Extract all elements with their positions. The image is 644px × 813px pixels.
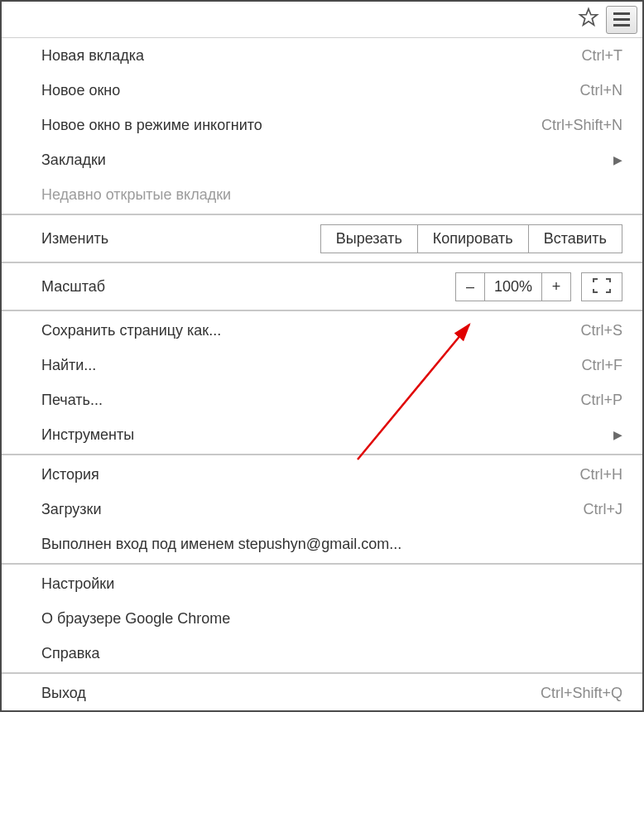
- svg-marker-0: [580, 9, 598, 26]
- menu-separator: [2, 214, 642, 215]
- menu-label: О браузере Google Chrome: [41, 610, 622, 628]
- menu-label: Новое окно в режиме инкогнито: [41, 117, 541, 134]
- menu-row-edit: Изменить Вырезать Копировать Вставить: [2, 217, 642, 260]
- menu-shortcut: Ctrl+F: [582, 357, 623, 374]
- menu-shortcut: Ctrl+Shift+Q: [541, 685, 622, 702]
- zoom-in-button[interactable]: +: [541, 272, 571, 301]
- menu-row-zoom: Масштаб – 100% +: [2, 265, 642, 308]
- menu-item-print[interactable]: Печать... Ctrl+P: [2, 382, 642, 417]
- menu-separator: [2, 310, 642, 311]
- menu-separator: [2, 454, 642, 455]
- fullscreen-icon: [593, 278, 611, 296]
- menu-item-new-tab[interactable]: Новая вкладка Ctrl+T: [2, 38, 642, 73]
- edit-button-group: Вырезать Копировать Вставить: [320, 224, 622, 253]
- menu-separator: [2, 672, 642, 674]
- menu-label: Сохранить страницу как...: [41, 322, 580, 339]
- menu-shortcut: Ctrl+N: [579, 82, 622, 99]
- menu-item-new-incognito[interactable]: Новое окно в режиме инкогнито Ctrl+Shift…: [2, 108, 642, 142]
- menu-item-save-as[interactable]: Сохранить страницу как... Ctrl+S: [2, 313, 642, 348]
- cut-button[interactable]: Вырезать: [320, 224, 418, 253]
- menu-item-settings[interactable]: Настройки: [2, 566, 642, 601]
- menu-shortcut: Ctrl+T: [582, 47, 623, 65]
- paste-button[interactable]: Вставить: [528, 224, 622, 253]
- menu-shortcut: Ctrl+Shift+N: [541, 117, 622, 134]
- browser-menu-window: Новая вкладка Ctrl+T Новое окно Ctrl+N Н…: [0, 0, 644, 712]
- menu-label: Недавно открытые вкладки: [41, 186, 622, 204]
- menu-item-exit[interactable]: Выход Ctrl+Shift+Q: [2, 676, 642, 710]
- menu-label: История: [41, 466, 579, 483]
- menu-label: Найти...: [41, 357, 582, 374]
- zoom-controls: – 100% +: [455, 272, 622, 301]
- menu-separator: [2, 262, 642, 263]
- menu-item-new-window[interactable]: Новое окно Ctrl+N: [2, 73, 642, 108]
- menu-separator: [2, 563, 642, 565]
- menu-label: Инструменты: [41, 426, 613, 444]
- copy-button[interactable]: Копировать: [417, 224, 529, 253]
- menu-item-recent-tabs: Недавно открытые вкладки: [2, 177, 642, 212]
- menu-label: Справка: [41, 645, 622, 662]
- main-menu: Новая вкладка Ctrl+T Новое окно Ctrl+N Н…: [2, 38, 642, 710]
- menu-label: Закладки: [41, 152, 613, 169]
- menu-item-find[interactable]: Найти... Ctrl+F: [2, 348, 642, 382]
- menu-label: Изменить: [41, 230, 320, 248]
- menu-item-about[interactable]: О браузере Google Chrome: [2, 601, 642, 636]
- menu-item-tools[interactable]: Инструменты ▶: [2, 417, 642, 452]
- menu-label: Выход: [41, 685, 541, 702]
- menu-label: Новое окно: [41, 82, 579, 99]
- menu-item-signed-in[interactable]: Выполнен вход под именем stepushyn@gmail…: [2, 527, 642, 561]
- bookmark-star-icon[interactable]: [578, 7, 599, 32]
- menu-label: Печать...: [41, 392, 580, 409]
- fullscreen-button[interactable]: [581, 272, 622, 301]
- menu-item-bookmarks[interactable]: Закладки ▶: [2, 142, 642, 177]
- menu-label: Новая вкладка: [41, 47, 582, 65]
- menu-label: Выполнен вход под именем stepushyn@gmail…: [41, 536, 622, 553]
- menu-label: Масштаб: [41, 278, 455, 296]
- menu-shortcut: Ctrl+H: [579, 466, 622, 483]
- menu-shortcut: Ctrl+P: [580, 392, 622, 409]
- chevron-right-icon: ▶: [613, 153, 622, 166]
- menu-label: Загрузки: [41, 501, 583, 518]
- menu-shortcut: Ctrl+J: [583, 501, 622, 518]
- menu-item-history[interactable]: История Ctrl+H: [2, 457, 642, 492]
- chevron-right-icon: ▶: [613, 428, 622, 441]
- zoom-out-button[interactable]: –: [455, 272, 485, 301]
- zoom-value: 100%: [484, 272, 542, 301]
- menu-item-downloads[interactable]: Загрузки Ctrl+J: [2, 492, 642, 527]
- menu-shortcut: Ctrl+S: [580, 322, 622, 339]
- toolbar: [2, 2, 642, 38]
- menu-label: Настройки: [41, 575, 622, 593]
- main-menu-button[interactable]: [606, 6, 637, 34]
- menu-item-help[interactable]: Справка: [2, 636, 642, 671]
